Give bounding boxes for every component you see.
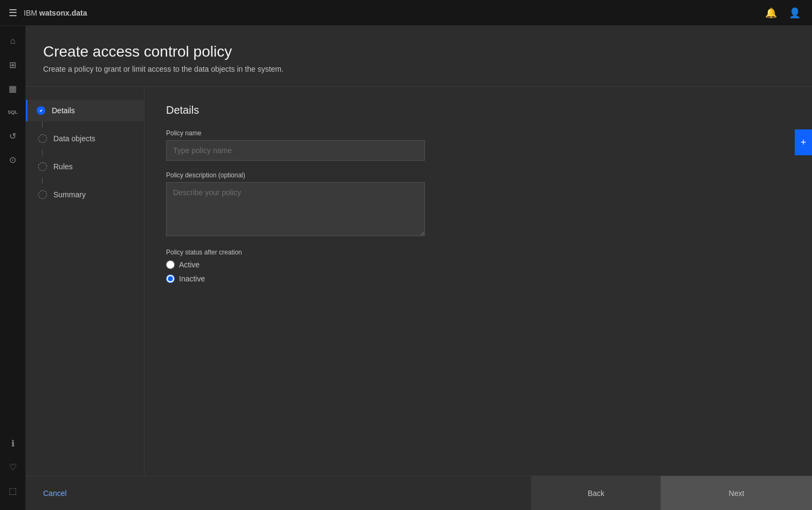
status-inactive-option[interactable]: Inactive bbox=[166, 274, 790, 283]
status-active-option[interactable]: Active bbox=[166, 260, 790, 269]
sidebar-dashboard[interactable]: ⊞ bbox=[2, 54, 24, 75]
step-indicator-data-objects bbox=[38, 134, 47, 143]
step-indicator-details bbox=[37, 106, 45, 115]
main-layout: ⌂ ⊞ ▦ SQL ↺ ⊙ ℹ ♡ ⬚ Create access contro… bbox=[0, 26, 812, 510]
sidebar-home[interactable]: ⌂ bbox=[2, 30, 24, 52]
content-area: Create access control policy Create a po… bbox=[26, 26, 812, 510]
app-title: IBM watsonx.data bbox=[24, 9, 87, 17]
wizard-content: Details Policy name Policy description (… bbox=[144, 87, 812, 475]
step-indicator-summary bbox=[38, 190, 47, 199]
policy-status-group: Policy status after creation Active Inac… bbox=[166, 249, 790, 283]
user-icon[interactable]: 👤 bbox=[786, 4, 803, 22]
wizard-step-data-objects[interactable]: Data objects bbox=[26, 128, 144, 149]
sidebar-bookmark[interactable]: ♡ bbox=[2, 456, 24, 478]
policy-name-label: Policy name bbox=[166, 129, 790, 137]
cancel-area: Cancel bbox=[26, 476, 531, 510]
policy-status-label: Policy status after creation bbox=[166, 249, 790, 256]
notification-icon[interactable]: 🔔 bbox=[762, 4, 780, 22]
sidebar-history[interactable]: ↺ bbox=[2, 125, 24, 147]
step-label-rules: Rules bbox=[53, 162, 73, 171]
step-label-details: Details bbox=[52, 106, 75, 115]
policy-description-label: Policy description (optional) bbox=[166, 171, 790, 179]
wizard-step-details[interactable]: Details bbox=[26, 100, 144, 121]
sidebar-query[interactable]: ⊙ bbox=[2, 149, 24, 170]
status-inactive-radio[interactable] bbox=[166, 274, 175, 283]
sidebar-chat[interactable]: ⬚ bbox=[2, 480, 24, 501]
status-active-label: Active bbox=[179, 260, 199, 269]
cancel-button[interactable]: Cancel bbox=[43, 485, 67, 502]
step-connector-1 bbox=[42, 121, 43, 128]
step-connector-3 bbox=[42, 177, 43, 184]
sidebar-info[interactable]: ℹ bbox=[2, 432, 24, 454]
policy-name-input[interactable] bbox=[166, 140, 425, 161]
policy-description-textarea[interactable] bbox=[166, 182, 425, 236]
next-button[interactable]: Next bbox=[661, 476, 812, 510]
status-active-radio[interactable] bbox=[166, 260, 175, 269]
wizard-step-rules[interactable]: Rules bbox=[26, 156, 144, 177]
wizard-steps-sidebar: Details Data objects Rules bbox=[26, 87, 144, 475]
policy-status-radio-group: Active Inactive bbox=[166, 260, 790, 283]
section-title: Details bbox=[166, 104, 790, 116]
step-label-summary: Summary bbox=[53, 190, 86, 199]
page-title: Create access control policy bbox=[43, 43, 795, 60]
nav-buttons: Back Next bbox=[531, 476, 812, 510]
step-indicator-rules bbox=[38, 162, 47, 171]
page-subtitle: Create a policy to grant or limit access… bbox=[43, 65, 795, 73]
step-connector-2 bbox=[42, 149, 43, 156]
action-bar: Cancel Back Next bbox=[26, 475, 812, 510]
back-button[interactable]: Back bbox=[532, 476, 661, 510]
policy-name-group: Policy name bbox=[166, 129, 790, 161]
sidebar-table[interactable]: ▦ bbox=[2, 78, 24, 99]
wizard-step-summary[interactable]: Summary bbox=[26, 184, 144, 205]
top-navigation: ☰ IBM watsonx.data 🔔 👤 bbox=[0, 0, 812, 26]
right-expand-button[interactable]: + bbox=[795, 129, 812, 155]
hamburger-menu[interactable]: ☰ bbox=[9, 7, 17, 19]
wizard-area: Details Data objects Rules bbox=[26, 87, 812, 510]
page-header: Create access control policy Create a po… bbox=[26, 26, 812, 87]
policy-description-group: Policy description (optional) bbox=[166, 171, 790, 238]
sidebar-sql[interactable]: SQL bbox=[2, 101, 24, 123]
left-sidebar: ⌂ ⊞ ▦ SQL ↺ ⊙ ℹ ♡ ⬚ bbox=[0, 26, 26, 510]
step-label-data-objects: Data objects bbox=[53, 134, 95, 143]
status-inactive-label: Inactive bbox=[179, 274, 205, 283]
